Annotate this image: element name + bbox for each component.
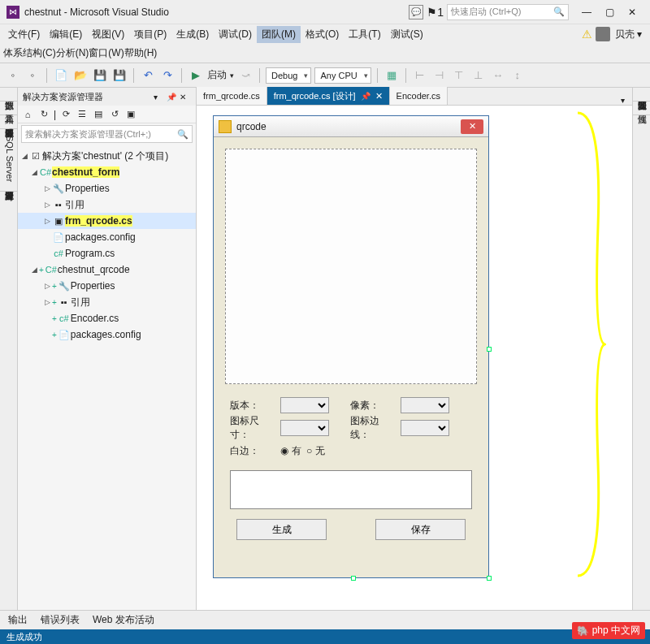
tree-frm-qrcode[interactable]: ▷▣frm_qrcode.cs	[18, 213, 196, 229]
flag-icon[interactable]: ⚑1	[427, 6, 444, 19]
php-watermark: 🐘php 中文网	[572, 622, 645, 639]
php-logo-icon: 🐘	[577, 625, 589, 637]
tab-overflow-icon[interactable]: ▾	[621, 96, 632, 105]
left-tab-server-explorer[interactable]: 服务器资源管理器	[0, 115, 17, 129]
tab-frm-qrcode-design[interactable]: frm_qrcode.cs [设计]📌✕	[267, 87, 390, 105]
solution-node[interactable]: ◢☑解决方案'chestnut' (2 个项目)	[18, 148, 196, 164]
menu-build[interactable]: 生成(B)	[171, 26, 214, 43]
tree-packages-config-1[interactable]: 📄packages.config	[18, 229, 196, 245]
resize-handle-bottom[interactable]	[351, 576, 356, 581]
left-tab-datasource[interactable]: 数据源	[0, 88, 17, 102]
minimize-button[interactable]: —	[575, 4, 598, 20]
tab-encoder-cs[interactable]: Encoder.cs	[390, 87, 448, 105]
save-all-button[interactable]: 💾	[111, 67, 128, 84]
tree-references[interactable]: ▷▪▪引用	[18, 197, 196, 213]
home-icon[interactable]: ⌂	[21, 108, 34, 121]
picturebox-control[interactable]	[225, 149, 477, 384]
panel-close-icon[interactable]: ✕	[180, 93, 191, 102]
maximize-button[interactable]: ▢	[598, 4, 621, 20]
label-pixel: 像素：	[350, 399, 396, 413]
save-button[interactable]: 💾	[92, 67, 108, 84]
pin-icon[interactable]: 📌	[167, 93, 178, 102]
close-button[interactable]: ✕	[621, 4, 644, 20]
left-gutter: 数据源 工具箱 服务器资源管理器 SQL Server 对象资源管理器	[0, 88, 18, 610]
panel-options-icon[interactable]: ▾	[154, 93, 165, 102]
save-button[interactable]: 保存	[375, 519, 466, 540]
combo-iconsize[interactable]	[280, 420, 329, 436]
form-title: qrcode	[236, 121, 266, 132]
bottom-tab-output[interactable]: 输出	[8, 613, 28, 627]
resize-handle-corner[interactable]	[487, 576, 492, 581]
menu-project[interactable]: 项目(P)	[129, 26, 171, 43]
combo-pixel[interactable]	[401, 397, 449, 413]
left-tab-toolbox[interactable]: 工具箱	[0, 102, 17, 115]
menu-bar-2: 体系结构(C) 分析(N) 窗口(W) 帮助(H)	[0, 44, 650, 63]
combo-iconborder[interactable]	[401, 420, 449, 436]
menu-format[interactable]: 格式(O)	[301, 26, 344, 43]
solution-search-input[interactable]: 搜索解决方案资源管理器(Ctrl+;) 🔍	[21, 125, 193, 143]
user-menu[interactable]: 贝壳 ▾	[610, 26, 647, 43]
tree-properties-2[interactable]: ▷+🔧Properties	[18, 278, 196, 294]
tree-packages-config-2[interactable]: +📄packages.config	[18, 326, 196, 343]
combo-version[interactable]	[280, 397, 329, 413]
tab-frm-qrcode-cs[interactable]: frm_qrcode.cs	[197, 87, 267, 105]
menu-help[interactable]: 帮助(H)	[124, 46, 158, 60]
menu-debug[interactable]: 调试(D)	[214, 26, 257, 43]
quick-launch-input[interactable]: 快速启动 (Ctrl+Q) 🔍	[447, 4, 569, 20]
distribute-v-icon: ↕	[509, 67, 526, 84]
project-chestnut-qrcode[interactable]: ◢+C#chestnut_qrcode	[18, 261, 196, 278]
collapse-icon[interactable]: ↻	[37, 108, 50, 121]
show-all-icon[interactable]: ☰	[76, 108, 89, 121]
layout-button[interactable]: ▦	[384, 67, 400, 84]
refresh-icon[interactable]: ↺	[108, 108, 121, 121]
preview-icon[interactable]: ▣	[124, 108, 137, 121]
bottom-tab-errorlist[interactable]: 错误列表	[41, 613, 80, 627]
tree-encoder-cs[interactable]: +c#Encoder.cs	[18, 310, 196, 326]
menu-window[interactable]: 窗口(W)	[89, 46, 124, 60]
menu-test[interactable]: 测试(S)	[386, 26, 428, 43]
properties-icon[interactable]: ▤	[92, 108, 105, 121]
undo-button[interactable]: ↶	[140, 67, 156, 84]
nav-back-button[interactable]: ◦	[5, 67, 21, 84]
vs-logo-icon: ⋈	[6, 6, 20, 19]
form-icon	[219, 120, 232, 133]
config-dropdown[interactable]: Debug	[266, 67, 311, 84]
menu-tools[interactable]: 工具(T)	[344, 26, 385, 43]
pin-icon[interactable]: 📌	[361, 92, 370, 101]
menu-view[interactable]: 视图(V)	[87, 26, 129, 43]
bottom-tab-webpublish[interactable]: Web 发布活动	[93, 613, 154, 627]
left-tab-sql-explorer[interactable]: SQL Server 对象资源管理器	[0, 129, 17, 192]
tree-properties[interactable]: ▷🔧Properties	[18, 180, 196, 197]
user-avatar-icon[interactable]	[596, 27, 610, 41]
start-debug-button[interactable]: ▶ 启动 ▾	[188, 67, 234, 84]
menu-analyze[interactable]: 分析(N)	[56, 46, 89, 60]
designed-form[interactable]: qrcode ✕ 版本： 像素： 图标尺寸：	[213, 115, 489, 578]
radio-yes[interactable]: ◉有	[280, 444, 301, 458]
tree-program-cs[interactable]: c#Program.cs	[18, 245, 196, 261]
new-project-button[interactable]: 📄	[53, 67, 69, 84]
radio-no[interactable]: ○无	[306, 444, 325, 458]
generate-button[interactable]: 生成	[236, 519, 327, 540]
menu-team[interactable]: 团队(M)	[257, 26, 301, 43]
control-grid: 版本： 像素： 图标尺寸： 图标边线： 白边：	[220, 389, 482, 467]
tree-references-2[interactable]: ▷+▪▪引用	[18, 294, 196, 310]
right-tab-properties[interactable]: 属性	[633, 102, 650, 115]
form-designer-surface[interactable]: qrcode ✕ 版本： 像素： 图标尺寸：	[197, 106, 632, 610]
search-icon: 🔍	[553, 6, 565, 17]
nav-fwd-button[interactable]: ◦	[24, 67, 41, 84]
resize-handle-right[interactable]	[487, 347, 492, 352]
notification-icon[interactable]: 💬	[409, 5, 423, 19]
menu-architecture[interactable]: 体系结构(C)	[3, 46, 56, 60]
form-close-button[interactable]: ✕	[461, 119, 483, 134]
project-chestnut-form[interactable]: ◢C#chestnut_form	[18, 164, 196, 180]
redo-button[interactable]: ↷	[159, 67, 176, 84]
close-tab-icon[interactable]: ✕	[375, 91, 383, 102]
menu-edit[interactable]: 编辑(E)	[45, 26, 87, 43]
sync-icon[interactable]: ⟳	[59, 108, 72, 121]
right-tab-team-explorer[interactable]: 团队资源管理器	[633, 88, 650, 102]
open-file-button[interactable]: 📂	[72, 67, 89, 84]
warning-icon[interactable]: ⚠	[582, 28, 592, 41]
platform-dropdown[interactable]: Any CPU	[314, 67, 370, 84]
textbox-input[interactable]	[230, 470, 472, 509]
menu-file[interactable]: 文件(F)	[3, 26, 45, 43]
